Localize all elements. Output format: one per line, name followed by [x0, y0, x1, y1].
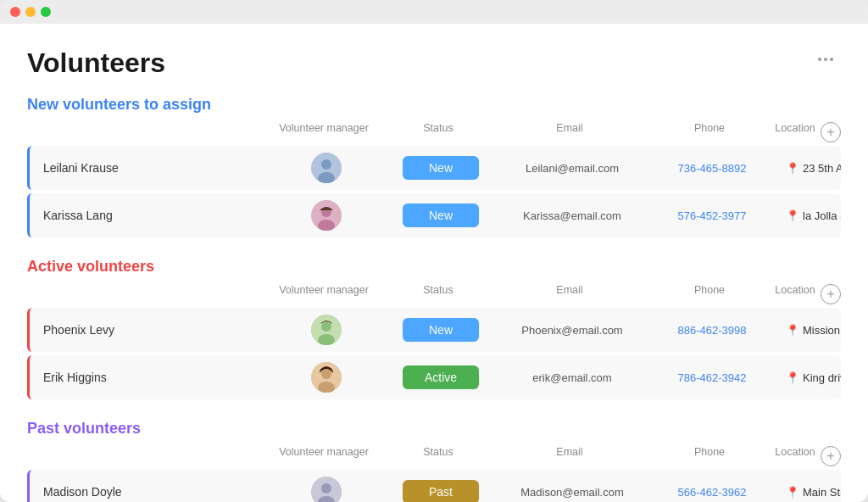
col-header-0: Volunteer manager — [264, 284, 383, 304]
email-cell: erik@email.com — [496, 365, 648, 391]
col-header-0: Volunteer manager — [264, 122, 383, 142]
volunteer-name: Madison Doyle — [30, 478, 267, 502]
avatar-cell — [267, 193, 386, 237]
location-cell: 📍23 5th Avenue, N — [776, 155, 841, 181]
location-cell: 📍la Jolla Shores B — [776, 203, 841, 229]
col-header-0: Volunteer manager — [264, 446, 383, 466]
location-cell: 📍King drive new — [776, 365, 841, 391]
status-badge: New — [403, 204, 479, 227]
location-pin-icon: 📍 — [786, 371, 799, 384]
main-content: Volunteers New volunteers to assignVolun… — [0, 24, 868, 502]
add-header-cell: + — [817, 284, 841, 304]
svg-point-1 — [321, 159, 331, 170]
col-header-1: Status — [383, 446, 493, 466]
avatar-cell — [267, 146, 386, 190]
dot2 — [824, 58, 827, 61]
col-header-4: Location — [773, 284, 817, 304]
table-row[interactable]: Madison Doyle PastMadison@email.com566-4… — [27, 470, 841, 502]
status-badge: New — [403, 156, 479, 180]
phone-cell[interactable]: 566-462-3962 — [648, 479, 776, 503]
location-pin-icon: 📍 — [786, 486, 799, 499]
status-cell: New — [386, 149, 496, 187]
section-past: Past volunteersVolunteer managerStatusEm… — [27, 420, 841, 502]
avatar — [311, 200, 342, 231]
col-header-1: Status — [383, 122, 493, 142]
status-badge: Past — [403, 480, 479, 502]
volunteer-name: Erik Higgins — [30, 364, 267, 391]
phone-cell[interactable]: 786-462-3942 — [648, 365, 776, 391]
location-cell: 📍Mission Center, 1 — [776, 317, 841, 343]
minimize-btn[interactable] — [25, 7, 36, 17]
add-header-cell: + — [817, 122, 841, 142]
dot1 — [818, 58, 821, 61]
avatar — [311, 315, 342, 345]
sections-container: New volunteers to assignVolunteer manage… — [27, 96, 841, 502]
volunteer-name: Karissa Lang — [30, 202, 267, 229]
section-title-new: New volunteers to assign — [27, 96, 841, 114]
add-volunteer-button-new[interactable]: + — [821, 122, 841, 142]
section-new: New volunteers to assignVolunteer manage… — [27, 96, 841, 237]
location-pin-icon: 📍 — [786, 209, 799, 222]
status-badge: Active — [403, 365, 479, 389]
location-pin-icon: 📍 — [786, 162, 799, 175]
avatar-cell — [267, 355, 386, 399]
add-volunteer-button-past[interactable]: + — [821, 446, 841, 466]
avatar — [311, 362, 342, 393]
location-cell: 📍Main Street, Bost — [776, 479, 841, 503]
add-header-cell: + — [817, 446, 841, 466]
col-header-2: Email — [493, 446, 646, 466]
svg-point-7 — [321, 321, 331, 332]
col-header-2: Email — [493, 122, 646, 142]
svg-point-13 — [321, 483, 331, 494]
email-cell: Madison@email.com — [496, 479, 648, 503]
table-row[interactable]: Leilani Krause NewLeilani@email.com736-4… — [27, 146, 841, 190]
page-header: Volunteers — [27, 47, 841, 79]
more-options-button[interactable] — [810, 47, 841, 71]
phone-cell[interactable]: 886-462-3998 — [648, 317, 776, 343]
close-btn[interactable] — [10, 7, 20, 17]
location-pin-icon: 📍 — [786, 324, 799, 337]
table-row[interactable]: Erik Higgins Activeerik@email.com786-462… — [27, 355, 841, 399]
status-cell: Past — [386, 473, 496, 502]
avatar-cell — [267, 308, 386, 352]
email-cell: Phoenix@email.com — [496, 317, 648, 343]
col-header-1: Status — [383, 284, 493, 304]
page-title: Volunteers — [27, 47, 165, 79]
col-header-4: Location — [773, 446, 817, 466]
add-volunteer-button-active[interactable]: + — [821, 284, 841, 304]
col-header-4: Location — [773, 122, 817, 142]
table-row[interactable]: Phoenix Levy NewPhoenix@email.com886-462… — [27, 308, 841, 352]
maximize-btn[interactable] — [41, 7, 51, 17]
location-text: Main Street, Bost — [803, 486, 841, 499]
dot3 — [830, 58, 833, 61]
col-header-3: Phone — [646, 284, 773, 304]
location-text: la Jolla Shores B — [803, 209, 841, 222]
section-title-past: Past volunteers — [27, 420, 841, 438]
status-cell: New — [386, 197, 496, 234]
table-header-active: Volunteer managerStatusEmailPhoneLocatio… — [27, 282, 841, 308]
volunteer-name: Phoenix Levy — [30, 316, 267, 343]
table-row[interactable]: Karissa Lang NewKarissa@email.com576-452… — [27, 193, 841, 237]
phone-cell[interactable]: 576-452-3977 — [648, 203, 776, 229]
col-header-3: Phone — [646, 122, 773, 142]
col-header-2: Email — [493, 284, 646, 304]
volunteer-name: Leilani Krause — [30, 154, 267, 181]
email-cell: Karissa@email.com — [496, 203, 648, 229]
status-badge: New — [403, 318, 479, 342]
avatar-cell — [267, 470, 386, 502]
status-cell: Active — [386, 359, 496, 396]
email-cell: Leilani@email.com — [496, 155, 648, 181]
avatar — [311, 477, 342, 502]
col-header-3: Phone — [646, 446, 773, 466]
table-header-past: Volunteer managerStatusEmailPhoneLocatio… — [27, 444, 841, 470]
titlebar — [0, 0, 868, 24]
phone-cell[interactable]: 736-465-8892 — [648, 155, 776, 181]
app-window: Volunteers New volunteers to assignVolun… — [0, 0, 868, 502]
avatar — [311, 153, 342, 183]
location-text: Mission Center, 1 — [803, 324, 841, 337]
table-header-new: Volunteer managerStatusEmailPhoneLocatio… — [27, 120, 841, 146]
location-text: 23 5th Avenue, N — [803, 162, 841, 175]
section-active: Active volunteersVolunteer managerStatus… — [27, 258, 841, 399]
status-cell: New — [386, 311, 496, 349]
location-text: King drive new — [803, 371, 841, 384]
